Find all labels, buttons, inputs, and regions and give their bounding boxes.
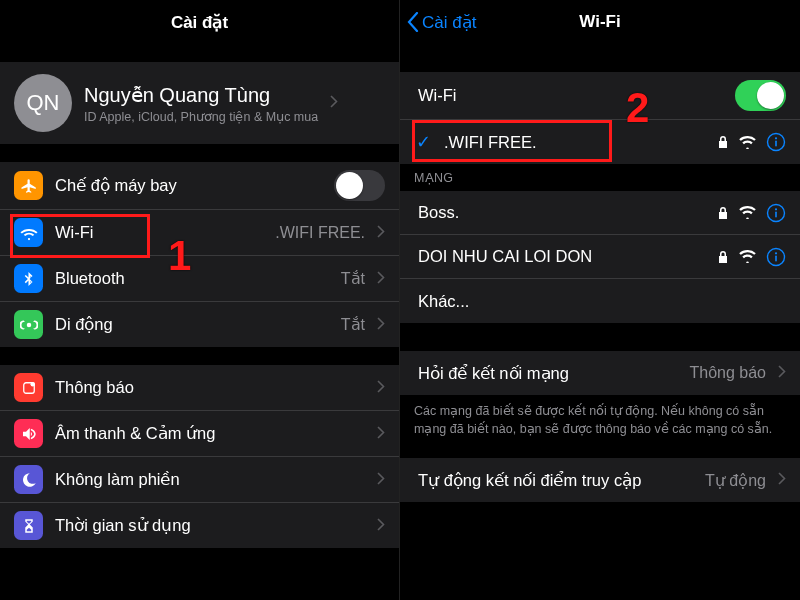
wifi-label: Wi-Fi (55, 223, 263, 242)
svg-point-3 (775, 137, 777, 139)
wifi-row[interactable]: Wi-Fi .WIFI FREE. (0, 210, 399, 256)
annotation-number-2: 2 (626, 84, 649, 132)
lock-icon (717, 250, 729, 264)
bluetooth-row[interactable]: Bluetooth Tắt (0, 256, 399, 302)
profile-sub: ID Apple, iCloud, Phương tiện & Mục mua (84, 109, 318, 124)
ask-to-join-row[interactable]: Hỏi để kết nối mạng Thông báo (400, 351, 800, 395)
apple-id-row[interactable]: QN Nguyễn Quang Tùng ID Apple, iCloud, P… (0, 62, 399, 144)
info-icon[interactable] (766, 132, 786, 152)
sounds-row[interactable]: Âm thanh & Cảm ứng (0, 411, 399, 457)
chevron-right-icon (377, 270, 385, 288)
svg-rect-7 (775, 211, 777, 217)
svg-point-6 (775, 208, 777, 210)
info-icon[interactable] (766, 247, 786, 267)
bluetooth-label: Bluetooth (55, 269, 329, 288)
wifi-page-title: Wi-Fi (579, 12, 620, 32)
settings-title: Cài đặt (171, 12, 228, 33)
svg-point-9 (775, 252, 777, 254)
airplane-icon (14, 171, 43, 200)
bluetooth-icon (14, 264, 43, 293)
chevron-right-icon (377, 316, 385, 334)
notifications-row[interactable]: Thông báo (0, 365, 399, 411)
networks-section-header: MẠNG (400, 164, 800, 191)
chevron-right-icon (330, 94, 338, 112)
auto-hotspot-detail: Tự động (705, 471, 766, 490)
screentime-row[interactable]: Thời gian sử dụng (0, 503, 399, 548)
chevron-right-icon (377, 224, 385, 242)
back-button[interactable]: Cài đặt (406, 0, 476, 44)
chevron-right-icon (778, 471, 786, 489)
moon-icon (14, 465, 43, 494)
wifi-icon (14, 218, 43, 247)
svg-rect-4 (775, 141, 777, 147)
sounds-icon (14, 419, 43, 448)
avatar: QN (14, 74, 72, 132)
wifi-header: Cài đặt Wi-Fi (400, 0, 800, 44)
wifi-toggle-label: Wi-Fi (414, 86, 723, 105)
airplane-label: Chế độ máy bay (55, 176, 322, 195)
ask-to-join-label: Hỏi để kết nối mạng (414, 364, 677, 383)
connected-network-row[interactable]: ✓ .WIFI FREE. (400, 120, 800, 164)
settings-header: Cài đặt (0, 0, 399, 44)
profile-name: Nguyễn Quang Tùng (84, 83, 318, 107)
chevron-right-icon (778, 364, 786, 382)
wifi-signal-icon (739, 206, 756, 219)
svg-point-1 (30, 382, 35, 387)
chevron-right-icon (377, 517, 385, 535)
cellular-row[interactable]: Di động Tắt (0, 302, 399, 347)
ask-to-join-footer: Các mạng đã biết sẽ được kết nối tự động… (400, 395, 800, 442)
network-row[interactable]: Boss. (400, 191, 800, 235)
back-label: Cài đặt (422, 12, 476, 33)
wifi-switch[interactable] (735, 80, 786, 111)
wifi-signal-icon (739, 250, 756, 263)
lock-icon (717, 135, 729, 149)
chevron-right-icon (377, 379, 385, 397)
cellular-icon (14, 310, 43, 339)
bluetooth-detail: Tắt (341, 269, 365, 288)
wifi-signal-icon (739, 136, 756, 149)
checkmark-icon: ✓ (414, 131, 432, 153)
chevron-right-icon (377, 471, 385, 489)
svg-rect-10 (775, 255, 777, 261)
wifi-detail: .WIFI FREE. (275, 224, 365, 242)
sounds-label: Âm thanh & Cảm ứng (55, 424, 365, 443)
connected-network-name: .WIFI FREE. (444, 133, 705, 152)
notifications-icon (14, 373, 43, 402)
ask-to-join-detail: Thông báo (689, 364, 766, 382)
airplane-switch[interactable] (334, 170, 385, 201)
screentime-label: Thời gian sử dụng (55, 516, 365, 535)
settings-root-pane: Cài đặt QN Nguyễn Quang Tùng ID Apple, i… (0, 0, 400, 600)
cellular-detail: Tắt (341, 315, 365, 334)
notifications-label: Thông báo (55, 378, 365, 397)
hourglass-icon (14, 511, 43, 540)
other-network-label: Khác... (414, 292, 786, 311)
chevron-right-icon (377, 425, 385, 443)
info-icon[interactable] (766, 203, 786, 223)
wifi-toggle-row[interactable]: Wi-Fi (400, 72, 800, 120)
auto-hotspot-row[interactable]: Tự động kết nối điểm truy cập Tự động (400, 458, 800, 502)
airplane-mode-row[interactable]: Chế độ máy bay (0, 162, 399, 210)
dnd-label: Không làm phiền (55, 470, 365, 489)
wifi-detail-pane: Cài đặt Wi-Fi Wi-Fi ✓ .WIFI FREE. MẠNG B… (400, 0, 800, 600)
network-name: DOI NHU CAI LOI DON (414, 247, 705, 266)
dnd-row[interactable]: Không làm phiền (0, 457, 399, 503)
network-row[interactable]: DOI NHU CAI LOI DON (400, 235, 800, 279)
auto-hotspot-label: Tự động kết nối điểm truy cập (414, 471, 693, 490)
lock-icon (717, 206, 729, 220)
annotation-number-1: 1 (168, 232, 191, 280)
cellular-label: Di động (55, 315, 329, 334)
network-name: Boss. (414, 203, 705, 222)
other-network-row[interactable]: Khác... (400, 279, 800, 323)
